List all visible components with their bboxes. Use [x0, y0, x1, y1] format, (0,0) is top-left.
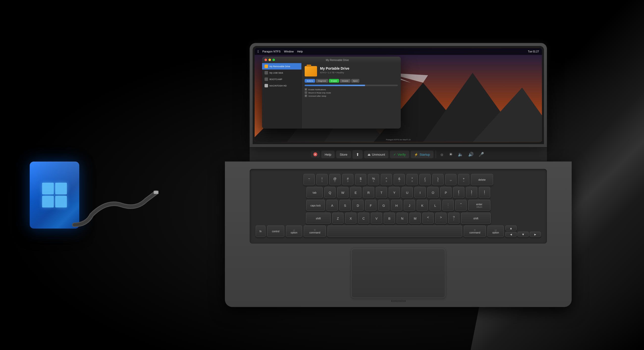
- key-arrow-up[interactable]: ▲: [505, 226, 517, 231]
- trackpad[interactable]: [351, 249, 445, 298]
- key-c[interactable]: C: [358, 213, 369, 224]
- key-delete[interactable]: delete: [471, 174, 493, 185]
- checkbox-notifications[interactable]: ✓ Enable Notifications: [305, 88, 398, 91]
- key-7[interactable]: &7: [394, 174, 405, 185]
- tb-brightness-low-icon[interactable]: ☼: [438, 152, 446, 157]
- key-option-left[interactable]: alt option: [286, 226, 302, 237]
- key-u[interactable]: U: [402, 187, 413, 198]
- tab-actions[interactable]: Actions: [305, 79, 315, 83]
- checkbox-sleep[interactable]: ✓ Unmount after sleep: [305, 95, 398, 97]
- checkbox-readonly[interactable]: Mount in Read only mode: [305, 92, 398, 94]
- key-tilde[interactable]: ~`: [304, 174, 315, 185]
- key-1[interactable]: !1: [316, 174, 328, 185]
- key-2[interactable]: @2: [329, 174, 340, 185]
- key-arrow-down[interactable]: ▼: [518, 232, 529, 237]
- key-backslash[interactable]: |\: [479, 187, 490, 198]
- key-4[interactable]: $4: [355, 174, 366, 185]
- tb-help-button[interactable]: Help: [321, 150, 335, 158]
- minimize-button[interactable]: [268, 59, 271, 61]
- sidebar-item-removable[interactable]: My Removable Drive: [262, 63, 302, 70]
- sidebar-item-macintosh[interactable]: MACINTOSH HD: [262, 83, 302, 89]
- key-command-right[interactable]: ⌘ command: [464, 226, 486, 237]
- tb-store-button[interactable]: Store: [336, 150, 351, 158]
- key-i[interactable]: I: [414, 187, 426, 198]
- sidebar-item-bootcamp[interactable]: BOOTCAMP: [262, 76, 302, 83]
- key-comma[interactable]: <,: [422, 213, 434, 224]
- portable-drive-icon: [305, 66, 317, 77]
- key-p[interactable]: P: [440, 187, 452, 198]
- close-button[interactable]: [264, 59, 267, 61]
- key-l[interactable]: L: [430, 200, 441, 211]
- key-k[interactable]: K: [416, 200, 428, 211]
- key-capslock[interactable]: caps lock: [306, 200, 325, 211]
- key-quote[interactable]: "': [455, 200, 467, 211]
- key-6[interactable]: ^6: [381, 174, 392, 185]
- tb-startup-button[interactable]: ⚡ Startup: [411, 150, 434, 158]
- key-rbracket[interactable]: }]: [466, 187, 477, 198]
- key-j[interactable]: J: [404, 200, 415, 211]
- menu-paragon[interactable]: Paragon NTFS: [262, 50, 280, 53]
- key-arrow-left[interactable]: ◄: [505, 232, 517, 237]
- tb-verify-button[interactable]: ✓ Verify: [390, 150, 409, 158]
- tb-close-button[interactable]: ✕: [311, 151, 320, 158]
- key-semicolon[interactable]: :;: [442, 200, 454, 211]
- key-e[interactable]: E: [350, 187, 362, 198]
- maximize-button[interactable]: [272, 59, 275, 61]
- key-tab[interactable]: tab: [306, 187, 323, 198]
- key-a[interactable]: A: [326, 200, 338, 211]
- key-r[interactable]: R: [363, 187, 374, 198]
- key-0[interactable]: )0: [432, 174, 444, 185]
- sidebar-item-usb[interactable]: My USB Stick: [262, 70, 302, 76]
- tab-eject[interactable]: Eject: [351, 79, 360, 83]
- key-shift-left[interactable]: shift: [306, 213, 331, 224]
- key-arrow-right[interactable]: ►: [530, 232, 541, 237]
- key-q[interactable]: Q: [324, 187, 336, 198]
- key-period[interactable]: >.: [435, 213, 446, 224]
- key-3[interactable]: #3: [342, 174, 354, 185]
- tb-volume-icon[interactable]: 🔈: [455, 152, 466, 157]
- tab-diagnose[interactable]: Diagnose: [316, 79, 328, 83]
- menu-help[interactable]: Help: [297, 50, 303, 53]
- key-g[interactable]: G: [378, 200, 389, 211]
- menu-window[interactable]: Window: [284, 50, 294, 53]
- key-m[interactable]: M: [410, 213, 421, 224]
- key-9[interactable]: (9: [419, 174, 431, 185]
- key-h[interactable]: H: [391, 200, 402, 211]
- key-return[interactable]: enterreturn: [468, 200, 490, 211]
- key-w[interactable]: W: [337, 187, 348, 198]
- key-b[interactable]: B: [384, 213, 395, 224]
- key-5[interactable]: %5: [368, 174, 379, 185]
- key-lbracket[interactable]: {[: [453, 187, 464, 198]
- drive-header: My Portable Drive NTFS • 1.0 TB • Health…: [305, 66, 398, 77]
- tab-disable[interactable]: Disable: [340, 79, 350, 83]
- key-v[interactable]: V: [371, 213, 382, 224]
- key-s[interactable]: S: [339, 200, 351, 211]
- key-slash[interactable]: ?/: [448, 213, 460, 224]
- tab-enable[interactable]: Enable: [329, 79, 339, 83]
- sidebar-label-2: BOOTCAMP: [270, 78, 282, 81]
- key-fn[interactable]: fn: [256, 226, 266, 237]
- key-z[interactable]: Z: [332, 213, 344, 224]
- key-minus[interactable]: _-: [445, 174, 456, 185]
- key-o[interactable]: O: [427, 187, 439, 198]
- key-d[interactable]: D: [352, 200, 364, 211]
- tb-unmount-button[interactable]: ⏏ Unmount: [364, 150, 389, 158]
- key-n[interactable]: N: [396, 213, 408, 224]
- key-shift-right[interactable]: shift: [461, 213, 491, 224]
- tb-siri-icon[interactable]: 🎤: [476, 152, 486, 157]
- key-y[interactable]: Y: [389, 187, 400, 198]
- app-titlebar: My Removable Drive: [262, 57, 401, 63]
- tb-volume-up-icon[interactable]: 🔊: [466, 152, 476, 157]
- tb-brightness-icon[interactable]: ☀: [446, 152, 455, 157]
- key-f[interactable]: F: [365, 200, 376, 211]
- key-option-right[interactable]: alt option: [488, 226, 504, 237]
- tb-share-button[interactable]: ⬆: [352, 150, 362, 159]
- key-x[interactable]: X: [345, 213, 356, 224]
- key-control[interactable]: control: [267, 226, 284, 237]
- key-space[interactable]: [328, 226, 462, 237]
- key-command-left[interactable]: ⌘ command: [304, 226, 326, 237]
- key-equals[interactable]: +=: [458, 174, 470, 185]
- key-8[interactable]: *8: [406, 174, 418, 185]
- cb-label-0: Enable Notifications: [308, 88, 326, 91]
- key-t[interactable]: T: [376, 187, 387, 198]
